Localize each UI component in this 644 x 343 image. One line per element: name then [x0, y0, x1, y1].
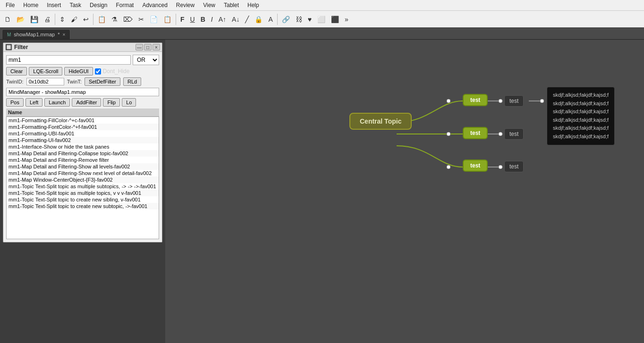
twin-row: TwinID: TwinT: SetDefFilter RLd	[6, 77, 159, 86]
menu-home[interactable]: Home	[19, 1, 42, 9]
list-item[interactable]: mm1-Formatting-UBI-fav001	[7, 130, 159, 137]
menu-tablet[interactable]: Tablet	[220, 1, 243, 9]
toolbar-copy[interactable]: 📄	[147, 14, 160, 25]
toolbar-print[interactable]: 🖨	[42, 14, 53, 25]
right-box-line: skdjf;alkjsd;fakjdf;kajsd;f	[553, 108, 609, 116]
twin-id-input[interactable]	[26, 78, 64, 85]
toolbar-filter2[interactable]: ⌦	[121, 14, 135, 25]
toolbar-link2[interactable]: ⛓	[293, 14, 305, 25]
window-title-input[interactable]	[6, 88, 159, 96]
toolbar-heart[interactable]: ♥	[305, 14, 314, 25]
launch-button[interactable]: Launch	[44, 98, 70, 107]
tabbar: M showMap1.mmap * ×	[0, 27, 644, 40]
toolbar-font-up[interactable]: A↑	[216, 14, 229, 25]
toolbar-link1[interactable]: 🔗	[280, 14, 292, 25]
toolbar-clip1[interactable]: 📋	[95, 14, 108, 25]
menu-task[interactable]: Task	[66, 1, 85, 9]
tab-close-button[interactable]: ×	[62, 32, 65, 37]
lo-button[interactable]: Lo	[122, 98, 136, 107]
menu-insert[interactable]: Insert	[43, 1, 65, 9]
toolbar-lock[interactable]: 🔒	[252, 14, 265, 25]
toolbar-save[interactable]: 💾	[28, 14, 41, 25]
toolbar-paste[interactable]: 📋	[161, 14, 174, 25]
item-list[interactable]: mm1-Formatting-FillColor-^+c-fav001mm1-F…	[6, 117, 159, 239]
toolbar-italic[interactable]: I	[209, 14, 215, 25]
node-top-green[interactable]: test	[463, 94, 488, 106]
sep3	[176, 14, 176, 25]
toolbar-arrow[interactable]: ↩	[81, 14, 91, 25]
list-item[interactable]: mm1-Formatting-UI-fav002	[7, 137, 159, 143]
toolbar-bold-f[interactable]: F	[178, 14, 187, 25]
toolbar-more[interactable]: »	[342, 14, 351, 25]
node-mid-green[interactable]: test	[463, 127, 488, 139]
toolbar-new[interactable]: 🗋	[2, 14, 13, 25]
lqe-scroll-button[interactable]: LQE-Scroll	[29, 67, 62, 75]
toolbar-font-down[interactable]: A↓	[229, 14, 242, 25]
dont-hide-checkbox[interactable]	[95, 68, 101, 75]
right-info-box: skdjf;alkjsd;fakjdf;kajsd;fskdjf;alkjsd;…	[547, 87, 615, 145]
toolbar-open[interactable]: 📂	[14, 14, 27, 25]
list-item[interactable]: mm1-Map Detail and Filtering-Show next l…	[7, 170, 159, 176]
panel-minimize-button[interactable]: —	[136, 44, 143, 50]
toolbar-cut[interactable]: ✂	[136, 14, 146, 25]
panel-window: 🔲 Filter — □ × OR AND Clear	[3, 42, 162, 243]
toolbar-filter[interactable]: ⚗	[109, 14, 120, 25]
list-item[interactable]: mm1-Topic Text-Split topic as multiple t…	[7, 190, 159, 196]
node-bot-green[interactable]: test	[463, 159, 488, 172]
menu-view[interactable]: View	[199, 1, 219, 9]
node-bot-dark[interactable]: test	[504, 161, 524, 172]
list-item[interactable]: mm1-Formatting-FillColor-^+c-fav001	[7, 117, 159, 124]
hide-gui-button[interactable]: HideGUI	[64, 67, 93, 75]
list-item[interactable]: mm1-Topic Text-Split topic to create new…	[7, 203, 159, 209]
panel-close-button[interactable]: ×	[153, 44, 160, 50]
right-box-line: skdjf;alkjsd;fakjdf;kajsd;f	[553, 124, 609, 133]
list-item[interactable]: mm1-Topic Text-Split topic as multiple s…	[7, 183, 159, 190]
tab-label: showMap1.mmap	[14, 32, 55, 37]
set-def-filter-button[interactable]: SetDefFilter	[85, 77, 120, 86]
pos-row: Pos Left Launch AddFilter Flip Lo	[6, 98, 159, 107]
left-button[interactable]: Left	[25, 98, 42, 107]
clear-button[interactable]: Clear	[6, 67, 27, 75]
pos-button[interactable]: Pos	[6, 98, 24, 107]
node-mid-dark[interactable]: test	[504, 128, 524, 140]
toolbar-text-color[interactable]: A	[266, 14, 275, 25]
operator-select[interactable]: OR AND	[133, 55, 159, 65]
menu-file[interactable]: File	[2, 1, 18, 9]
list-item[interactable]: mm1-Map Detail and Filtering-Remove filt…	[7, 157, 159, 163]
svg-point-9	[447, 165, 450, 169]
sep1	[55, 14, 55, 25]
filter-buttons-row1: Clear LQE-Scroll HideGUI Dont_Hide	[6, 67, 159, 75]
panel-maximize-button[interactable]: □	[144, 44, 152, 50]
menu-advanced[interactable]: Advanced	[138, 1, 171, 9]
add-filter-button[interactable]: AddFilter	[72, 98, 101, 107]
central-topic-node[interactable]: Central Topic	[349, 113, 412, 130]
menu-help[interactable]: Help	[244, 1, 263, 9]
menu-format[interactable]: Format	[112, 1, 137, 9]
search-input[interactable]	[6, 55, 131, 65]
toolbar-bold-b[interactable]: B	[198, 14, 208, 25]
list-item[interactable]: mm1-Map Detail and Filtering-Show all le…	[7, 163, 159, 170]
right-box-line: skdjf;alkjsd;fakjdf;kajsd;f	[553, 100, 609, 108]
toolbar-box2[interactable]: ⬛	[329, 14, 341, 25]
menu-review[interactable]: Review	[172, 1, 198, 9]
list-item[interactable]: mm1-Map Window-CenterObject-{F3}-fav002	[7, 176, 159, 183]
flip-button[interactable]: Flip	[103, 98, 120, 107]
node-top-dark[interactable]: test	[504, 95, 524, 107]
list-item[interactable]: mm1-Topic Text-Split topic to create new…	[7, 196, 159, 203]
list-item[interactable]: mm1-Interface-Show or hide the task pane…	[7, 143, 159, 150]
toolbar-underline[interactable]: U	[188, 14, 197, 25]
map-canvas[interactable]: Central Topic test test test test test t…	[165, 40, 644, 343]
twin-id-label: TwinID:	[6, 79, 24, 84]
rld-button[interactable]: RLd	[123, 77, 141, 86]
list-item[interactable]: mm1-Map Detail and Filtering-Collapse to…	[7, 150, 159, 157]
toolbar-special[interactable]: 🖌	[68, 14, 80, 25]
svg-point-4	[447, 99, 450, 103]
panel-titlebar-btns: — □ ×	[136, 44, 160, 50]
tab-showmap[interactable]: M showMap1.mmap * ×	[2, 29, 70, 39]
toolbar-copy-format[interactable]: ⇕	[57, 14, 68, 25]
menu-design[interactable]: Design	[86, 1, 111, 9]
list-item[interactable]: mm1-Formatting-FontColor-^+f-fav001	[7, 124, 159, 130]
toolbar-line[interactable]: ╱	[243, 14, 251, 25]
dont-hide-checkbox-label[interactable]: Dont_Hide	[95, 68, 130, 75]
toolbar-box1[interactable]: ⬜	[315, 14, 328, 25]
